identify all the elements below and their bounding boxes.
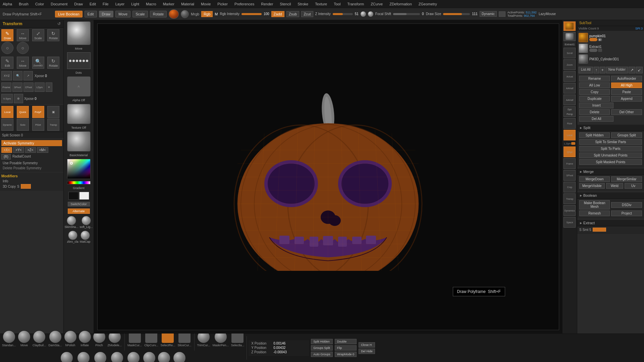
rename-btn[interactable]: Rename (579, 76, 610, 81)
splithidden-bottom-btn[interactable]: Split Hidden (311, 339, 333, 344)
lazyradius-button[interactable] (368, 11, 373, 17)
pumpkin01-thumb[interactable] (579, 33, 588, 42)
mergesimilar-btn[interactable]: MergeSimilar (611, 176, 642, 182)
edit-tool-btn[interactable]: ✎Edit (1, 57, 13, 69)
scroll-btn[interactable]: Scroll (564, 48, 576, 58)
quick-btn[interactable]: Quick (17, 106, 29, 118)
remesh-btn[interactable]: Remesh (579, 210, 610, 216)
closeh-btn[interactable]: Close H (359, 342, 375, 348)
transform-pin-icon[interactable]: ↺ (57, 21, 61, 26)
menu-preferences[interactable]: Preferences (233, 1, 256, 7)
menu-alpha[interactable]: Alpha (1, 1, 13, 7)
brush-damstandard[interactable]: DamSta... (48, 330, 63, 348)
frame-btn[interactable]: Frame (1, 82, 11, 92)
menu-texture[interactable]: Texture (314, 1, 328, 7)
sym-x-btn[interactable]: +X< (1, 147, 12, 153)
3dcopy-slider[interactable] (21, 184, 31, 189)
delall-btn[interactable]: Del All (579, 116, 614, 122)
vsym-btn[interactable]: V.Sym (1, 94, 13, 103)
black-swatch[interactable] (68, 192, 78, 200)
brush-standard[interactable]: Standan... (1, 330, 16, 348)
folder-down-btn[interactable]: ↙ (636, 67, 643, 73)
flip-btn[interactable]: Flip (335, 345, 357, 351)
ldym-btn[interactable]: LDym (35, 82, 45, 92)
append-btn[interactable]: Append (611, 96, 642, 102)
delete-posable-btn[interactable]: Delete Posable Symmetry (1, 166, 62, 171)
floor-btn[interactable]: Floor (564, 118, 576, 129)
draw-button[interactable]: Draw (99, 11, 114, 17)
extract1-top-btn[interactable] (564, 21, 576, 31)
grid2-btn[interactable]: ▣ (47, 106, 59, 118)
arrow-btn[interactable]: ↗ (23, 71, 33, 80)
focal-shift-slider[interactable] (393, 13, 420, 15)
sym-z-btn[interactable]: >Z< (25, 147, 36, 153)
brush-curvetube[interactable]: CurveTu... (109, 351, 125, 362)
rgb-intensity-slider[interactable] (241, 13, 262, 15)
menu-layer[interactable]: Layer (114, 1, 126, 7)
brush-snakehook2[interactable]: SnakeSc... (75, 351, 92, 362)
delete-btn[interactable]: Delete (579, 109, 610, 115)
viewport-canvas[interactable] (98, 24, 559, 330)
menu-material[interactable]: Material (180, 1, 196, 7)
move2-tool-btn[interactable]: ↔Move (17, 57, 29, 69)
draw-tool-btn[interactable]: ✎Draw (1, 29, 13, 41)
brush-inflate[interactable]: Inflate (78, 330, 92, 348)
draw-size-slider[interactable] (443, 13, 470, 15)
cylinder-thumb[interactable] (579, 54, 588, 64)
brush-size-preview[interactable] (181, 10, 189, 18)
edit-button[interactable]: Edit (85, 11, 97, 17)
texture-preview[interactable] (67, 104, 91, 124)
dots-preview[interactable] (67, 52, 91, 69)
extract1-eye[interactable] (598, 49, 602, 52)
dynamic2-btn[interactable]: Dynamic (1, 119, 13, 131)
aahalf2-btn[interactable]: AAHalf (564, 95, 576, 105)
groupssplit-bottom-btn[interactable]: Groups Split (311, 345, 333, 351)
grid-btn[interactable]: ⊕ (14, 94, 23, 103)
menu-tool[interactable]: Tool (332, 1, 342, 7)
move-brush-preview[interactable] (67, 21, 91, 45)
color-hue-strip[interactable] (67, 181, 91, 184)
alpha-preview[interactable]: A (67, 76, 91, 97)
actual-btn[interactable]: Actual (564, 71, 576, 82)
menu-draw[interactable]: Draw (73, 1, 84, 7)
use-posable-btn[interactable]: Use Posable Symmetry (1, 161, 62, 166)
transp-right-btn[interactable]: Transp (564, 193, 576, 204)
transp-btn[interactable]: Transp (47, 119, 59, 131)
canvas-frame[interactable]: Draw Polyframe Shift+F (97, 23, 559, 330)
sym-y-btn[interactable]: >Y< (13, 147, 24, 153)
ssmt-slider[interactable] (593, 228, 606, 232)
rgb-button[interactable]: Rgb (201, 11, 213, 17)
brush-zremesher[interactable]: ZRemes... (172, 351, 187, 362)
xyz-btn[interactable]: XYZ (1, 71, 12, 80)
dynamic-button[interactable]: Dynamic (480, 11, 497, 17)
sym-r-btn[interactable]: (R) (1, 154, 11, 160)
rotate-tool-btn[interactable]: ↻Rotate (47, 29, 59, 41)
autoreorder-btn[interactable]: AutoReorder (611, 76, 642, 81)
menu-icon-btn[interactable]: ≡ (46, 82, 52, 92)
delother-btn[interactable]: Del Other (611, 109, 642, 115)
spivot-right-btn[interactable]: SPivot (564, 170, 576, 181)
zoombg-tool-btn[interactable]: 🔍ZoomBG (32, 57, 44, 69)
menu-color[interactable]: Color (34, 1, 45, 7)
circle-tool1[interactable]: ○ (1, 42, 13, 54)
space-btn[interactable]: Space (564, 217, 576, 228)
alternate-btn[interactable]: Alternate (68, 208, 90, 214)
rotate-button[interactable]: Rotate (150, 11, 167, 17)
mergedown-btn[interactable]: MergeDown (579, 176, 610, 182)
brush-morph[interactable]: Morph (157, 351, 171, 362)
polyf-btn[interactable]: PolyF (32, 106, 44, 118)
menu-edit[interactable]: Edit (88, 1, 97, 7)
project-btn[interactable]: Project (611, 210, 642, 216)
material-preview[interactable] (67, 131, 91, 152)
insert-btn[interactable]: Insert (579, 103, 614, 108)
local-right-btn[interactable]: Local (564, 130, 576, 140)
list-add-btn[interactable]: + (600, 67, 605, 73)
uv-btn[interactable]: Uv (625, 183, 642, 189)
dynamics-btn[interactable]: Dynamics (564, 205, 576, 216)
split-screen-row[interactable]: Split Screen 0 (0, 132, 63, 138)
menu-stroke[interactable]: Stroke (296, 1, 310, 7)
brush-trimdyn[interactable]: TrimDyn... (126, 351, 141, 362)
double-btn[interactable]: Double (335, 339, 357, 344)
aahalf-btn[interactable]: AAHalf (564, 83, 576, 94)
list-arrow-up-btn[interactable]: ↑ (594, 67, 599, 73)
